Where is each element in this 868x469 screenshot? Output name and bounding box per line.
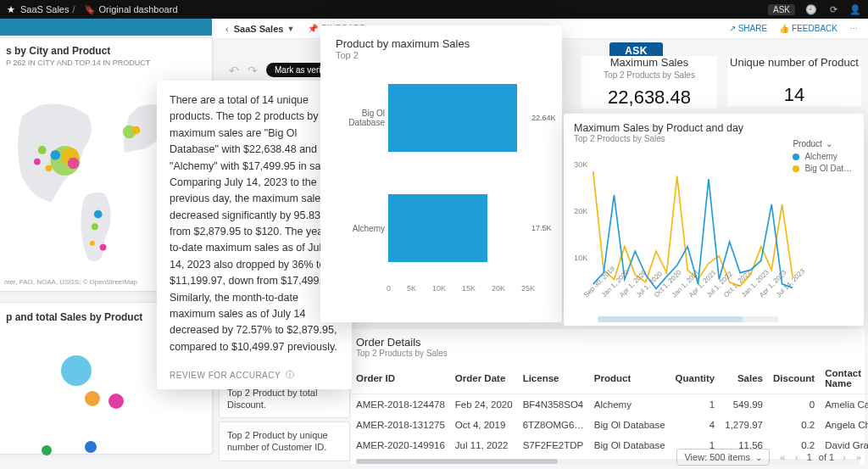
- info-icon: ⓘ: [286, 369, 295, 381]
- kpi-subtitle: Top 2 Products by Sales: [581, 70, 717, 80]
- col-discount[interactable]: Discount: [768, 363, 820, 394]
- table-header-row: Order ID Order Date License Product Quan…: [351, 363, 868, 394]
- dashboard-title[interactable]: SaaS Sales: [234, 24, 284, 34]
- order-details-panel: Order Details Top 2 Products by Sales Or…: [351, 329, 865, 464]
- kpi-value: 22,638.48: [581, 87, 717, 109]
- query-item[interactable]: Top 2 Product by unique number of Custom…: [219, 422, 350, 461]
- breadcrumb-root[interactable]: SaaS Sales: [20, 4, 69, 14]
- page-last-icon[interactable]: »: [854, 452, 863, 462]
- chevron-down-icon[interactable]: ⌄: [826, 139, 832, 148]
- cell: Alchemy: [589, 394, 670, 416]
- cell: Amelia Campb: [820, 394, 868, 416]
- scatter-point: [61, 355, 92, 386]
- caret-down-icon[interactable]: ▼: [287, 25, 294, 33]
- cell: BF4N358SO4: [518, 394, 589, 416]
- pin-icon: 📌: [308, 24, 318, 33]
- svg-point-6: [46, 165, 53, 171]
- refresh-icon[interactable]: ⟳: [827, 3, 839, 15]
- bar-title: Product by maximum Sales: [320, 37, 562, 50]
- bar-value-label: 17.5K: [531, 224, 554, 232]
- feedback-label: FEEDBACK: [792, 24, 837, 33]
- kpi-value: 14: [727, 84, 861, 106]
- legend-item[interactable]: Alchemy: [804, 152, 837, 161]
- bar: [388, 194, 487, 262]
- y-tick: 30K: [574, 159, 588, 168]
- cell: 6TZ8OMG6…: [518, 415, 589, 435]
- bar-category-label: Alchemy: [329, 224, 385, 233]
- cell: Oct 4, 2019: [450, 415, 518, 435]
- breadcrumb-page[interactable]: Original dashboard: [99, 4, 178, 14]
- page-current: 1: [807, 452, 812, 462]
- clock-icon[interactable]: 🕘: [805, 3, 817, 15]
- scrollbar-thumb[interactable]: [598, 316, 743, 322]
- page-first-icon[interactable]: «: [778, 452, 787, 462]
- line-chart-panel: Maximum Sales by Product and day Top 2 P…: [564, 114, 864, 326]
- cell: 1: [670, 394, 721, 416]
- bookmark-icon[interactable]: 🔖: [84, 4, 96, 15]
- map-attribution: mer, FAO, NOAA, USGS; © OpenStreetMap: [4, 278, 137, 286]
- legend-swatch: [793, 154, 799, 160]
- col-contact[interactable]: Contact Name: [820, 363, 868, 394]
- breadcrumb-sep: /: [72, 4, 75, 14]
- cell: 0.2: [768, 415, 820, 435]
- kpi-max-sales: Maximum Sales Top 2 Products by Sales 22…: [581, 56, 717, 109]
- cell: 1,279.97: [720, 415, 768, 435]
- favorite-icon[interactable]: ★: [7, 4, 15, 15]
- app-topbar: ★ SaaS Sales / 🔖 Original dashboard ASK …: [0, 0, 868, 19]
- scatter-point: [42, 445, 52, 455]
- y-tick: 20K: [574, 206, 588, 215]
- banner-strip: [0, 19, 212, 36]
- undo-icon[interactable]: ↶: [229, 64, 239, 77]
- share-label: SHARE: [738, 24, 767, 33]
- cell: Big Ol Database: [589, 415, 670, 435]
- table-row[interactable]: AMER-2018-131275 Oct 4, 2019 6TZ8OMG6… B…: [351, 415, 868, 435]
- axis-tick: 15K: [462, 284, 476, 293]
- share-button[interactable]: ↗SHARE: [729, 24, 767, 33]
- view-size-select[interactable]: View: 500 items ⌄: [676, 449, 769, 466]
- svg-point-2: [68, 158, 80, 170]
- col-quantity[interactable]: Quantity: [670, 363, 721, 394]
- user-icon[interactable]: 👤: [849, 3, 861, 15]
- map-title: s by City and Product: [6, 45, 203, 57]
- svg-point-11: [100, 244, 107, 251]
- kpi-title: Maximum Sales: [581, 56, 717, 69]
- cell: 549.99: [720, 394, 768, 416]
- kpi-title: Unique number of Product: [727, 56, 861, 69]
- col-sales[interactable]: Sales: [720, 363, 768, 394]
- col-product[interactable]: Product: [589, 363, 670, 394]
- col-license[interactable]: License: [518, 363, 589, 394]
- chart-scrollbar[interactable]: [598, 316, 779, 322]
- share-icon: ↗: [729, 24, 736, 33]
- axis-tick: 5K: [407, 284, 416, 293]
- axis-tick: 10K: [432, 284, 446, 293]
- scatter-point: [108, 394, 124, 409]
- feedback-button[interactable]: 👍FEEDBACK: [779, 24, 837, 33]
- cell: AMER-2018-131275: [351, 415, 450, 435]
- more-icon[interactable]: ⋯: [849, 24, 858, 33]
- bar-chart[interactable]: Big Ol Database 22.64K Alchemy 17.5K 0 5…: [329, 75, 554, 296]
- ask-pill[interactable]: ASK: [768, 4, 795, 15]
- svg-point-8: [132, 126, 141, 135]
- svg-point-3: [50, 150, 60, 160]
- axis-tick: 0: [387, 284, 391, 293]
- page-next-icon[interactable]: ›: [841, 452, 848, 462]
- legend-header: Product: [793, 139, 821, 148]
- svg-point-5: [34, 159, 41, 165]
- redo-icon[interactable]: ↷: [248, 64, 258, 77]
- scatter-point: [85, 441, 97, 453]
- legend-item[interactable]: Big Ol Dat…: [804, 164, 852, 173]
- table-row[interactable]: AMER-2018-124478 Feb 24, 2020 BF4N358SO4…: [351, 394, 868, 416]
- paginator: « ‹ 1 of 1 › »: [778, 452, 863, 462]
- bar-category-label: Big Ol Database: [329, 109, 385, 127]
- svg-point-10: [92, 223, 98, 230]
- col-order-id[interactable]: Order ID: [351, 363, 450, 394]
- axis-tick: 25K: [521, 284, 535, 293]
- line-title: Maximum Sales by Product and day: [574, 122, 854, 134]
- page-prev-icon[interactable]: ‹: [793, 452, 800, 462]
- col-order-date[interactable]: Order Date: [450, 363, 518, 394]
- review-accuracy-button[interactable]: REVIEW FOR ACCURACY ⓘ: [170, 369, 339, 381]
- page-total: of 1: [819, 452, 834, 462]
- table-footer: View: 500 items ⌄ « ‹ 1 of 1 › »: [351, 449, 863, 466]
- scatter-point: [85, 391, 100, 406]
- back-icon[interactable]: ‹: [225, 24, 229, 34]
